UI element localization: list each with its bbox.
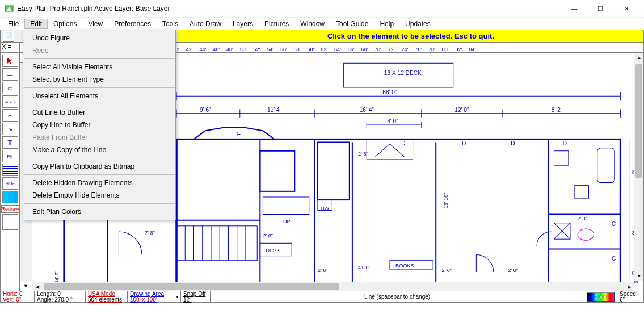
svg-text:UP: UP (283, 219, 291, 224)
ruler-tick: 50' (240, 47, 247, 52)
svg-rect-44 (176, 226, 257, 261)
grid-button[interactable] (2, 214, 18, 230)
ruler-tick: 72' (388, 47, 395, 52)
svg-text:C: C (612, 256, 616, 262)
edit-menu-delete-hidden-drawing-elements[interactable]: Delete Hidden Drawing Elements (23, 177, 175, 189)
pointer-tool-button[interactable] (2, 55, 18, 67)
menu-preferences[interactable]: Preferences (108, 19, 157, 29)
svg-rect-42 (367, 139, 413, 160)
horizontal-scrollbar[interactable]: ◀ ▶ (32, 282, 634, 291)
menu-auto-draw[interactable]: Auto Draw (184, 19, 227, 29)
ruler-tick: 54' (267, 47, 273, 52)
arc-tool-button[interactable]: ARC (2, 95, 18, 108)
menu-file[interactable]: File (2, 19, 24, 29)
hatch-tool-button[interactable] (2, 164, 18, 176)
svg-text:C: C (612, 221, 616, 227)
svg-text:2' 6": 2' 6" (441, 267, 452, 273)
vertical-scrollbar[interactable]: ▲ ▼ (634, 53, 643, 281)
edit-menu-make-a-copy-of-the-line[interactable]: Make a Copy of the Line (23, 144, 175, 156)
svg-text:BOOKS: BOOKS (395, 263, 414, 269)
menu-view[interactable]: View (82, 19, 108, 29)
svg-text:2' 6": 2' 6" (508, 267, 518, 273)
x-coord-label: X = (1, 43, 20, 52)
svg-text:DESK: DESK (266, 248, 280, 253)
ruler-tick: 62' (321, 47, 327, 52)
status-usa-mode[interactable]: USA Mode504 elements (86, 291, 128, 302)
ruler-tick: 44' (200, 47, 207, 52)
menu-options[interactable]: Options (48, 19, 82, 29)
ruler-tick: 58' (294, 47, 301, 52)
paint-tool-button[interactable] (2, 191, 18, 203)
ruler-tick: 84' (469, 47, 475, 52)
edit-menu-copy-plan-to-clipboard-as-bitmap[interactable]: Copy Plan to Clipboard as Bitmap (23, 160, 175, 173)
folder-tool-button[interactable]: ▭ (2, 82, 18, 94)
menu-help[interactable]: Help (374, 19, 399, 29)
svg-text:4'CO: 4'CO (358, 265, 370, 270)
status-area-toggle[interactable]: • (174, 291, 181, 302)
svg-text:7' 8": 7' 8" (145, 230, 155, 236)
edit-menu-copy-line-to-buffer[interactable]: Copy Line to Buffer (23, 119, 175, 131)
new-file-button[interactable]: 📄 (3, 31, 14, 42)
svg-text:8' 0": 8' 0" (387, 118, 398, 124)
svg-point-63 (578, 229, 594, 240)
edit-menu-select-by-element-type[interactable]: Select by Element Type (23, 73, 175, 86)
svg-text:2' 6": 2' 6" (318, 267, 328, 273)
status-color[interactable]: Color (584, 291, 617, 302)
edit-menu-delete-empty-hide-elements[interactable]: Delete Empty Hide Elements (23, 189, 175, 202)
menu-separator (24, 158, 175, 158)
fill-tool-button[interactable]: Fill (2, 150, 18, 162)
svg-rect-37 (260, 151, 294, 191)
polyline-tool-button[interactable]: ⌐ (2, 109, 18, 122)
status-mode: Line (spacebar to change) (211, 291, 584, 302)
svg-rect-39 (318, 142, 350, 200)
menu-tool-guide[interactable]: Tool Guide (330, 19, 374, 29)
close-button[interactable]: ✕ (613, 0, 639, 17)
menu-separator (24, 203, 175, 204)
zoom-out-button[interactable]: ▼ (20, 281, 32, 291)
minimize-button[interactable]: — (561, 0, 587, 17)
svg-text:2' 8": 2' 8" (358, 151, 368, 157)
line-tool-button[interactable]: — (2, 68, 18, 81)
edit-menu-paste-from-buffer: Paste From Buffer (23, 131, 175, 144)
ruler-tick: 74' (402, 47, 409, 52)
ruler-tick: 60' (307, 47, 314, 52)
menu-window[interactable]: Window (294, 19, 330, 29)
edit-menu-redo: Redo (23, 44, 175, 57)
menu-tools[interactable]: Tools (157, 19, 184, 29)
ruler-tick: 82' (456, 47, 462, 52)
menu-updates[interactable]: Updates (399, 19, 436, 29)
text-tool-button[interactable]: T (2, 136, 18, 149)
status-bar: Horiz: 0"Vert: 0" Length: 0"Angle: 270.0… (1, 291, 643, 302)
svg-text:9' 6": 9' 6" (200, 107, 211, 113)
edit-menu-undo-figure[interactable]: Undo Figure (23, 32, 175, 44)
status-snap[interactable]: Snap Off12" (181, 291, 211, 302)
status-speed: Speed:6" (617, 291, 643, 302)
menu-pictures[interactable]: Pictures (259, 19, 294, 29)
svg-text:D: D (563, 140, 567, 146)
ruler-tick: 76' (415, 47, 422, 52)
edit-menu-unselect-all-elements[interactable]: Unselect All Elements (23, 90, 175, 102)
edit-menu-cut-line-to-buffer[interactable]: Cut Line to Buffer (23, 106, 175, 119)
menu-separator (24, 174, 175, 175)
hint-banner: Click on the element to be selected. Esc… (178, 30, 643, 43)
redraw-button[interactable]: Redraw (1, 205, 19, 213)
menu-edit[interactable]: Edit (24, 19, 48, 29)
menu-separator (24, 87, 175, 88)
menubar: FileEditOptionsViewPreferencesToolsAuto … (0, 17, 644, 30)
svg-text:D: D (462, 140, 466, 146)
curve-tool-button[interactable]: ∿ (2, 123, 18, 135)
window-title: Easy Plan Pro Ranch.pln Active Layer: Ba… (17, 5, 561, 12)
app-icon (5, 4, 14, 13)
menu-separator (24, 104, 175, 104)
svg-text:D: D (511, 140, 515, 146)
hide-tool-button[interactable]: Hide (2, 177, 18, 190)
svg-rect-38 (263, 197, 309, 214)
svg-rect-61 (597, 148, 614, 183)
status-drawing-area[interactable]: Drawing Area100' x 100' (128, 291, 174, 302)
menu-layers[interactable]: Layers (227, 19, 259, 29)
edit-menu-edit-plan-colors[interactable]: Edit Plan Colors (23, 206, 175, 218)
ruler-tick: 70' (374, 47, 381, 52)
maximize-button[interactable]: ☐ (587, 0, 613, 17)
svg-text:D: D (401, 140, 405, 146)
edit-menu-select-all-visible-elements[interactable]: Select All Visible Elements (23, 61, 175, 73)
